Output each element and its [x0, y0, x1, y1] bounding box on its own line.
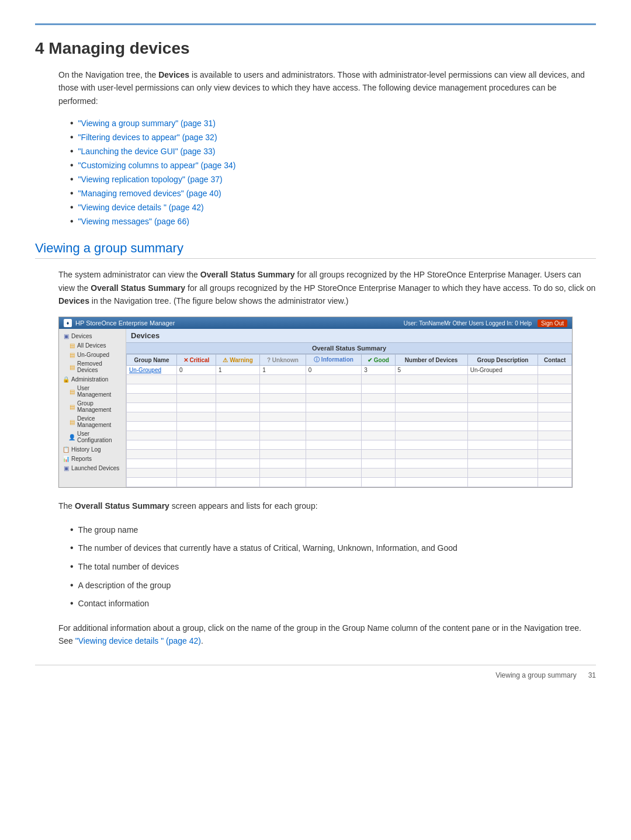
bold-oss1: Overall Status Summary — [200, 270, 295, 279]
table-row-empty — [127, 468, 572, 478]
table-row-empty — [127, 431, 572, 440]
devices-icon: ▣ — [63, 332, 70, 339]
admin-icon: 🔒 — [63, 376, 70, 383]
folder-icon: ▤ — [68, 363, 75, 370]
sidebar-item-user-configuration[interactable]: 👤 User Configuration — [59, 429, 126, 445]
bullet-item: "Viewing messages" (page 66) — [70, 216, 596, 227]
sidebar-label-devices: Devices — [71, 333, 92, 339]
ungrouped-link[interactable]: Un-Grouped — [129, 367, 161, 373]
bullet-item: "Viewing replication topology" (page 37) — [70, 174, 596, 185]
link-viewing-messages[interactable]: "Viewing messages" (page 66) — [78, 217, 189, 226]
folder-icon: ▤ — [68, 388, 75, 395]
cell-warning: 1 — [216, 366, 259, 375]
table-row-empty — [127, 403, 572, 412]
bold-oss2: Overall Status Summary — [91, 283, 185, 293]
screenshot-main: Devices Overall Status Summary Group Nam… — [126, 329, 572, 487]
link-viewing-replication[interactable]: "Viewing replication topology" (page 37) — [78, 175, 223, 184]
screenshot-body: ▣ Devices ▤ All Devices ▤ Un-Grouped ▤ R… — [59, 329, 572, 487]
footer-paragraph: For additional information about a group… — [58, 622, 596, 648]
summary-bullets-list: The group name The number of devices tha… — [70, 522, 596, 611]
summary-table: Group Name ✕ Critical ⚠ Warning ? Unknow… — [126, 354, 572, 487]
main-header: Devices — [126, 329, 572, 343]
cell-contact — [538, 366, 572, 375]
cell-critical: 0 — [177, 366, 216, 375]
chapter-title: 4 Managing devices — [35, 39, 596, 58]
col-information: ⓘ Information — [306, 355, 362, 366]
sidebar-label-user-management: User Management — [77, 385, 122, 398]
sidebar-item-all-devices[interactable]: ▤ All Devices — [59, 341, 126, 350]
sidebar-item-history-log[interactable]: 📋 History Log — [59, 445, 126, 454]
sidebar-label-user-configuration: User Configuration — [77, 431, 122, 443]
bullet-description: A description of the group — [70, 578, 596, 593]
screenshot: ♦ HP StoreOnce Enterprise Manager User: … — [58, 317, 573, 488]
col-group-description: Group Description — [467, 355, 538, 366]
page-footer: Viewing a group summary 31 — [35, 665, 596, 679]
sidebar-label-device-management: Device Management — [77, 415, 122, 428]
user-config-icon: 👤 — [68, 433, 75, 440]
bold-devices: Devices — [158, 70, 189, 79]
user-info: User: TonNameMr Other Users Logged In: 0… — [404, 320, 532, 327]
link-viewing-group-summary[interactable]: "Viewing a group summary" (page 31) — [78, 119, 216, 128]
sidebar-label-administration: Administration — [71, 376, 108, 383]
table-row-empty — [127, 422, 572, 431]
table-row-empty — [127, 440, 572, 450]
reports-icon: 📊 — [63, 455, 70, 462]
bullet-total-devices: The total number of devices — [70, 559, 596, 574]
link-viewing-device-details[interactable]: "Viewing device details " (page 42) — [78, 203, 204, 212]
cell-information: 0 — [306, 366, 362, 375]
sign-out-button[interactable]: Sign Out — [538, 320, 567, 327]
cell-description: Un-Grouped — [467, 366, 538, 375]
sidebar-item-launched-devices[interactable]: ▣ Launched Devices — [59, 463, 126, 473]
sidebar-item-device-management[interactable]: ▤ Device Management — [59, 414, 126, 429]
cell-num-devices: 5 — [395, 366, 467, 375]
sidebar-item-ungrouped[interactable]: ▤ Un-Grouped — [59, 350, 126, 359]
sidebar-item-administration[interactable]: 🔒 Administration — [59, 374, 126, 384]
titlebar-left: ♦ HP StoreOnce Enterprise Manager — [64, 319, 175, 327]
page-number: 31 — [588, 671, 596, 679]
link-launching-device-gui[interactable]: "Launching the device GUI" (page 33) — [78, 147, 216, 156]
sidebar-label-history-log: History Log — [71, 446, 101, 453]
sidebar-item-removed-devices[interactable]: ▤ Removed Devices — [59, 359, 126, 374]
footer-section-label: Viewing a group summary — [495, 671, 577, 679]
launched-icon: ▣ — [63, 464, 70, 471]
table-row-empty — [127, 450, 572, 459]
table-row-empty — [127, 478, 572, 487]
section-title: Viewing a group summary — [35, 241, 596, 259]
sidebar-item-reports[interactable]: 📊 Reports — [59, 454, 126, 463]
sidebar-label-launched-devices: Launched Devices — [71, 465, 119, 471]
titlebar-right: User: TonNameMr Other Users Logged In: 0… — [404, 320, 567, 327]
top-border — [35, 23, 596, 25]
cell-group-name[interactable]: Un-Grouped — [127, 366, 177, 375]
status-summary-header: Overall Status Summary — [126, 343, 572, 354]
sidebar-label-ungrouped: Un-Grouped — [77, 352, 109, 358]
col-warning: ⚠ Warning — [216, 355, 259, 366]
titlebar-app-name: HP StoreOnce Enterprise Manager — [75, 320, 175, 327]
bullet-item: "Launching the device GUI" (page 33) — [70, 146, 596, 157]
bullet-item: "Managing removed devices" (page 40) — [70, 188, 596, 199]
sidebar-item-devices[interactable]: ▣ Devices — [59, 331, 126, 341]
folder-icon: ▤ — [68, 403, 75, 410]
history-icon: 📋 — [63, 446, 70, 453]
footer-link[interactable]: "Viewing device details " (page 42) — [75, 636, 201, 645]
col-good: ✔ Good — [362, 355, 395, 366]
bullet-group-name: The group name — [70, 522, 596, 537]
sidebar-item-user-management[interactable]: ▤ User Management — [59, 384, 126, 399]
col-group-name: Group Name — [127, 355, 177, 366]
folder-icon: ▤ — [68, 351, 75, 358]
link-filtering-devices[interactable]: "Filtering devices to appear" (page 32) — [78, 133, 217, 142]
cell-good: 3 — [362, 366, 395, 375]
bullet-item: "Viewing a group summary" (page 31) — [70, 118, 596, 129]
table-row-empty — [127, 394, 572, 403]
screen-caption: The Overall Status Summary screen appear… — [58, 499, 596, 512]
folder-icon: ▤ — [68, 418, 75, 425]
sidebar-item-group-management[interactable]: ▤ Group Management — [59, 399, 126, 414]
section-intro: The system administrator can view the Ov… — [58, 268, 596, 307]
cell-unknown: 1 — [260, 366, 306, 375]
link-customizing-columns[interactable]: "Customizing columns to appear" (page 34… — [78, 161, 236, 170]
table-row-empty — [127, 384, 572, 394]
col-contact: Contact — [538, 355, 572, 366]
col-num-devices: Number of Devices — [395, 355, 467, 366]
hp-logo-icon: ♦ — [64, 319, 72, 327]
col-critical: ✕ Critical — [177, 355, 216, 366]
link-managing-removed[interactable]: "Managing removed devices" (page 40) — [78, 189, 221, 198]
